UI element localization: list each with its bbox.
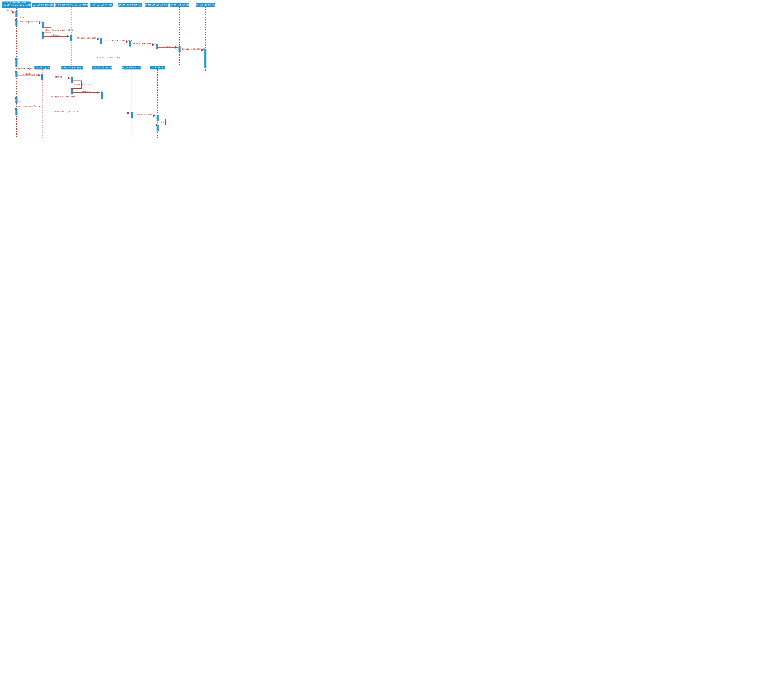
svg-text:ClientLifecycleManager: ClientLifecycleManager	[142, 3, 171, 6]
participant-rac: RootActivityContainer	[87, 3, 115, 6]
activation	[42, 33, 44, 39]
svg-text:scheduleTransaction: scheduleTransaction	[97, 56, 121, 59]
participant-ct: ClientTransaction	[168, 3, 191, 6]
activation	[100, 38, 102, 44]
activation	[179, 47, 180, 52]
svg-text:handleLaunchActivity: handleLaunchActivity	[51, 95, 76, 98]
svg-text:ActivityStackSupervisor: ActivityStackSupervisor	[115, 3, 145, 6]
svg-text:scheduleTransaction: scheduleTransaction	[133, 42, 156, 45]
activation	[131, 112, 133, 119]
activation	[16, 58, 17, 67]
svg-text:LaunchActivityItem: LaunchActivityItem	[90, 66, 114, 69]
activation	[16, 11, 17, 17]
svg-text:performLaunchActivity: performLaunchActivity	[18, 105, 44, 107]
svg-text:handleMessage: handleMessage	[22, 73, 38, 75]
svg-text:attachAppplication: attachAppplication	[20, 20, 42, 23]
activation	[16, 97, 17, 103]
svg-text:attachApplicationLocked: attachApplicationLocked	[45, 29, 73, 31]
svg-text:sendMessage: sendMessage	[18, 67, 31, 70]
activation	[70, 36, 72, 41]
activation	[129, 41, 131, 47]
activation	[16, 72, 17, 77]
participant-activitythread: ActivityThread/ClientTransactionHandler	[0, 1, 33, 8]
svg-text:Instrumentation: Instrumentation	[122, 66, 142, 69]
svg-text:attach: attach	[19, 16, 26, 19]
svg-text:TransactionExecutor: TransactionExecutor	[59, 66, 85, 69]
svg-text:execute: execute	[53, 76, 62, 78]
svg-text:performCreate: performCreate	[137, 113, 152, 115]
activation	[42, 22, 44, 28]
activation	[156, 44, 158, 49]
participant-apt: ApplicationThread	[194, 3, 216, 6]
activation	[157, 125, 159, 131]
svg-text:RootActivityContainer: RootActivityContainer	[87, 3, 115, 6]
activation	[101, 92, 103, 99]
activation	[16, 109, 17, 115]
participant-clm: ClientLifecycleManager	[142, 3, 171, 6]
svg-text:realStartActivityLocked: realStartActivityLocked	[104, 39, 132, 42]
activation	[157, 115, 159, 121]
svg-text:Activity.H: Activity.H	[36, 66, 49, 69]
svg-text:scheduleTransaction: scheduleTransaction	[182, 48, 205, 50]
participant-activity: Activity	[150, 66, 165, 69]
participant-ass: ActivityStackSupervisor	[115, 3, 145, 6]
svg-text:executeCallbacks: executeCallbacks	[74, 83, 94, 86]
activation	[204, 49, 206, 68]
svg-text:ApplicationThread: ApplicationThread	[194, 3, 216, 6]
activation	[71, 77, 73, 83]
participant-activityh: Activity.H	[34, 66, 50, 69]
participant-lai: LaunchActivityItem	[90, 66, 114, 69]
participant-ins: Instrumentation	[122, 66, 142, 69]
svg-text:schedule: schedule	[162, 45, 172, 47]
svg-text:onCreate: onCreate	[160, 121, 170, 123]
svg-text:execute: execute	[81, 90, 90, 92]
svg-text:callActivityOnCreate: callActivityOnCreate	[53, 111, 78, 113]
svg-text:main: main	[7, 9, 12, 12]
svg-text:ClientTransaction: ClientTransaction	[168, 3, 191, 6]
svg-text:Activity: Activity	[152, 66, 163, 69]
activation	[71, 89, 73, 94]
svg-text:attachAppplication: attachAppplication	[47, 34, 69, 36]
activation	[16, 20, 17, 26]
activation	[41, 74, 43, 80]
svg-text:attachAppplication: attachAppplication	[77, 37, 99, 39]
participant-te: TransactionExecutor	[59, 66, 85, 69]
